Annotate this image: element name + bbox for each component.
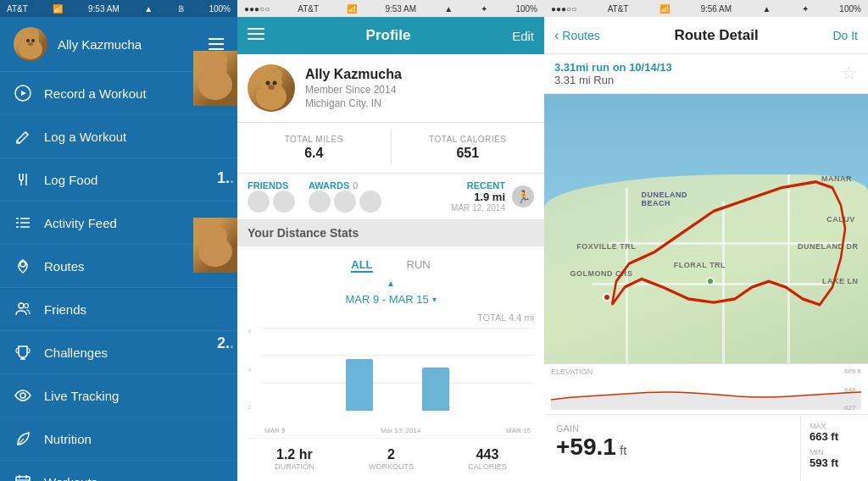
svg-point-29 [203, 225, 227, 247]
sidebar-item-nutrition[interactable]: Nutrition [0, 417, 237, 461]
svg-point-18 [20, 393, 25, 398]
battery-left: 100% [209, 4, 231, 14]
profile-title: Profile [264, 27, 512, 44]
total-miles-label: TOTAL MILES [244, 135, 384, 144]
chart-total: TOTAL 4.4 mi [477, 312, 534, 323]
sidebar-item-live-tracking[interactable]: Live Tracking [0, 374, 237, 417]
wifi-icon-mid: 📶 [347, 4, 357, 14]
svg-point-35 [260, 69, 269, 81]
route-run-detail: 3.31 mi Run [554, 74, 672, 86]
route-detail-title: Route Detail [600, 27, 833, 44]
x-label-mar13: Mar 13, 2014 [381, 427, 420, 434]
pencil-icon [14, 127, 32, 146]
chart-section: ALL RUN ▲ MAR 9 - MAR 15 ▾ TOTAL 4.4 mi … [237, 246, 544, 481]
sidebar-item-label: Log Food [44, 173, 97, 187]
location-icon-mid: ▲ [444, 4, 453, 14]
calories-value: 443 [468, 447, 507, 462]
svg-point-17 [25, 304, 29, 308]
profile-name: Ally Kazmucha [305, 67, 534, 82]
wifi-icon-right: 📶 [659, 4, 670, 14]
carrier-mid: AT&T [298, 4, 319, 14]
status-bar-left: AT&T 📶 9:53 AM ▲ 𝔹 100% [0, 0, 237, 17]
sidebar-item-label: Activity Feed [44, 216, 117, 230]
profile-member-since: Member Since 2014 [305, 84, 534, 96]
award-1 [309, 191, 331, 213]
favorite-button[interactable]: ☆ [841, 63, 858, 85]
tab-all[interactable]: ALL [351, 258, 372, 273]
elevation-label: ELEVATION [551, 368, 861, 376]
do-it-button[interactable]: Do It [832, 29, 858, 42]
svg-point-4 [26, 39, 30, 42]
hamburger-icon-mid[interactable] [248, 27, 264, 44]
leaf-icon [14, 429, 32, 448]
y-label-6: 6 [248, 328, 261, 335]
gain-label: GAIN [556, 423, 788, 434]
bar-mar15 [492, 328, 531, 411]
profile-header: Ally Kazmucha Member Since 2014 Michigan… [237, 54, 544, 122]
awards-count: 0 [353, 180, 358, 191]
trophy-icon [14, 343, 32, 362]
stats-row: TOTAL MILES 6.4 TOTAL CALORIES 651 [237, 122, 544, 173]
svg-point-16 [19, 303, 24, 308]
hamburger-icon[interactable] [209, 38, 224, 50]
svg-point-15 [20, 262, 25, 267]
max-stat: MAX 663 ft [810, 422, 860, 443]
y-axis: 6 4 2 [248, 328, 261, 411]
date-range[interactable]: MAR 9 - MAR 15 ▾ [248, 290, 534, 309]
map-area: DUNELANDBEACH Foxville Trl Floral Trl Go… [544, 94, 868, 363]
tab-indicator: ▲ [248, 274, 534, 290]
location-icon-right: ▲ [763, 4, 771, 14]
chart-grid [261, 328, 534, 411]
calories-label: CALORIES [468, 462, 507, 471]
min-label: MIN [810, 448, 860, 456]
route-nav-bar: ‹ Routes Route Detail Do It [544, 17, 868, 54]
awards-tab[interactable]: AWARDS [309, 180, 349, 191]
route-detail-panel: ●●●○○ AT&T 📶 9:56 AM ▲ ✦ 100% ‹ Routes R… [544, 0, 868, 481]
svg-point-27 [217, 54, 227, 68]
carrier-left: AT&T [7, 4, 28, 14]
total-calories-value: 651 [398, 146, 538, 161]
route-path-svg [544, 94, 868, 363]
workouts-stat: 2 WORKOUTS [369, 447, 414, 471]
chevron-down-icon: ▾ [432, 295, 437, 304]
total-miles-value: 6.4 [244, 146, 384, 161]
y-label-4: 4 [248, 366, 261, 373]
svg-point-6 [28, 42, 33, 46]
edit-button[interactable]: Edit [512, 29, 534, 43]
fork-icon [14, 170, 32, 189]
distance-preview-1: 1.. [217, 169, 234, 187]
max-min-stats: MAX 663 ft MIN 593 ft [800, 415, 868, 481]
x-axis: MAR 9 Mar 13, 2014 MAR 15 [261, 414, 534, 434]
distance-stats-header: Your Distance Stats [237, 219, 544, 246]
sidebar-username: Ally Kazmucha [58, 37, 142, 52]
gain-value-row: +59.1 ft [556, 434, 788, 461]
sidebar-item-challenges[interactable]: Challenges [0, 331, 237, 374]
elev-label-648: 648 [844, 386, 861, 394]
recent-tab[interactable]: RECENT [451, 180, 505, 191]
route-sub-info: 3.31mi run on 10/14/13 3.31 mi Run [554, 61, 672, 86]
gain-unit: ft [620, 444, 626, 457]
time-right: 9:56 AM [700, 4, 732, 14]
route-run-label: 3.31mi run on 10/14/13 [554, 61, 672, 74]
time-mid: 9:53 AM [385, 4, 416, 14]
tab-run[interactable]: RUN [407, 258, 431, 273]
route-type-label: Run [593, 74, 614, 86]
play-circle-icon [14, 84, 32, 102]
sidebar-item-friends[interactable]: Friends [0, 288, 237, 331]
award-2 [334, 191, 356, 213]
chevron-left-icon: ‹ [554, 28, 559, 43]
elev-label-627: 627 [844, 404, 861, 412]
svg-point-5 [31, 39, 35, 42]
recent-section: RECENT 1.9 mi MAR 12, 2014 🏃 [451, 180, 534, 213]
profile-nav-bar: Profile Edit [237, 17, 544, 54]
sidebar-item-label: Log a Workout [44, 130, 126, 144]
award-3 [359, 191, 381, 213]
profile-location: Michigan City, IN [305, 97, 534, 109]
bar-2 [303, 328, 341, 411]
sidebar-item-workouts[interactable]: Workouts [0, 461, 237, 481]
run-activity-icon: 🏃 [512, 185, 534, 207]
route-stats-row: GAIN +59.1 ft MAX 663 ft MIN 593 ft [544, 414, 868, 481]
svg-point-37 [266, 81, 270, 86]
friends-tab[interactable]: FRIENDS [248, 180, 295, 191]
back-button[interactable]: ‹ Routes [554, 28, 600, 43]
